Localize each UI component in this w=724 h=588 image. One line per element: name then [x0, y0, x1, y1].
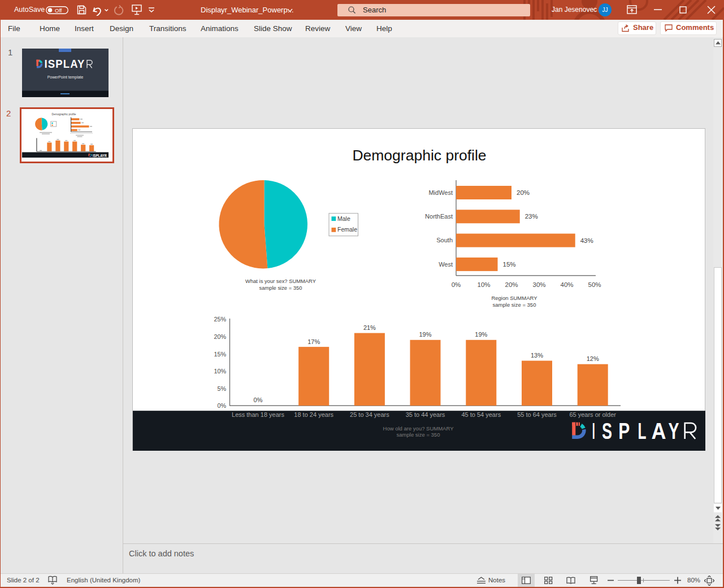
svg-text:Demographic profile: Demographic profile	[352, 147, 486, 164]
svg-text:A: A	[652, 418, 666, 444]
svg-text:19%: 19%	[475, 331, 487, 338]
svg-text:ISPLAY: ISPLAY	[45, 58, 85, 70]
svg-text:0%: 0%	[217, 402, 226, 409]
svg-text:65 years or older: 65 years or older	[569, 411, 616, 418]
svg-text:sample size = 350: sample size = 350	[259, 285, 302, 291]
svg-text:P: P	[618, 418, 630, 444]
svg-text:How old are you? SUMMARY: How old are you? SUMMARY	[383, 425, 454, 432]
svg-text:20%: 20%	[214, 333, 226, 340]
svg-text:NorthEast: NorthEast	[425, 213, 453, 220]
svg-text:sample size = 350: sample size = 350	[493, 302, 536, 308]
svg-text:I: I	[592, 418, 595, 444]
svg-text:S: S	[602, 418, 612, 444]
svg-text:Less than 18 years: Less than 18 years	[232, 411, 284, 418]
svg-text:Y: Y	[669, 418, 679, 444]
svg-text:43%: 43%	[580, 237, 593, 244]
svg-text:23%: 23%	[525, 213, 538, 220]
svg-text:50%: 50%	[588, 281, 601, 288]
svg-text:12%: 12%	[587, 355, 599, 362]
svg-text:10%: 10%	[477, 281, 490, 288]
svg-text:What is your sex? SUMMARY: What is your sex? SUMMARY	[245, 278, 317, 284]
svg-text:13%: 13%	[531, 352, 543, 359]
svg-text:PowerPoint template: PowerPoint template	[47, 75, 84, 80]
svg-text:40%: 40%	[560, 281, 573, 288]
svg-text:30%: 30%	[532, 281, 545, 288]
svg-text:35 to 44 years: 35 to 44 years	[406, 411, 445, 418]
svg-text:15%: 15%	[503, 261, 516, 268]
svg-text:ISPLAYR: ISPLAYR	[93, 154, 107, 158]
svg-text:Off: Off	[55, 7, 62, 14]
svg-text:Female: Female	[337, 226, 357, 233]
svg-text:25%: 25%	[214, 316, 226, 323]
svg-text:5%: 5%	[217, 385, 226, 392]
svg-text:21%: 21%	[363, 324, 376, 331]
svg-text:Region SUMMARY: Region SUMMARY	[491, 295, 537, 301]
svg-text:Male: Male	[337, 215, 350, 222]
svg-text:MidWest: MidWest	[428, 189, 453, 196]
svg-text:Demographic profile: Demographic profile	[52, 113, 76, 116]
svg-text:sample size = 350: sample size = 350	[397, 432, 440, 438]
svg-text:L: L	[638, 418, 647, 444]
svg-text:17%: 17%	[307, 338, 320, 345]
svg-text:South: South	[436, 237, 453, 243]
svg-text:West: West	[439, 261, 453, 268]
svg-text:45 to 54 years: 45 to 54 years	[461, 411, 501, 418]
svg-text:20%: 20%	[505, 281, 518, 288]
svg-text:0%: 0%	[254, 397, 263, 403]
svg-text:55 to 64 years: 55 to 64 years	[517, 411, 557, 418]
svg-text:20%: 20%	[517, 189, 530, 196]
svg-text:19%: 19%	[419, 331, 431, 338]
svg-text:25 to 34 years: 25 to 34 years	[350, 411, 389, 418]
svg-text:10%: 10%	[214, 368, 226, 374]
svg-text:15%: 15%	[214, 351, 226, 358]
svg-text:18 to 24 years: 18 to 24 years	[294, 411, 333, 418]
svg-text:0%: 0%	[452, 281, 461, 288]
